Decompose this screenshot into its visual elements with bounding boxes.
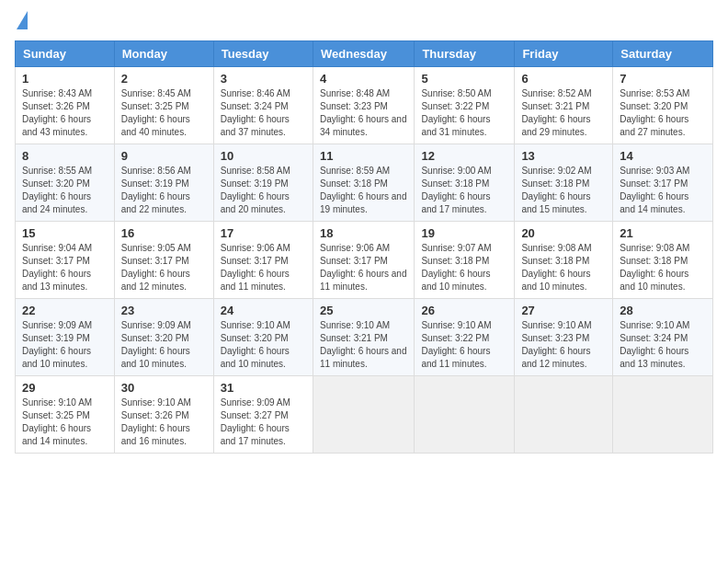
- calendar-cell: 7 Sunrise: 8:53 AM Sunset: 3:20 PM Dayli…: [613, 67, 713, 144]
- calendar-cell: 19 Sunrise: 9:07 AM Sunset: 3:18 PM Dayl…: [415, 222, 515, 299]
- day-info: Sunrise: 8:55 AM Sunset: 3:20 PM Dayligh…: [22, 165, 108, 216]
- day-number: 22: [22, 304, 108, 317]
- calendar-cell: 31 Sunrise: 9:09 AM Sunset: 3:27 PM Dayl…: [213, 376, 313, 454]
- week-row-1: 1 Sunrise: 8:43 AM Sunset: 3:26 PM Dayli…: [16, 67, 713, 144]
- day-header-wednesday: Wednesday: [313, 41, 414, 67]
- day-header-sunday: Sunday: [16, 41, 115, 67]
- calendar-cell: 29 Sunrise: 9:10 AM Sunset: 3:25 PM Dayl…: [16, 376, 115, 454]
- calendar-header-row: SundayMondayTuesdayWednesdayThursdayFrid…: [16, 41, 713, 67]
- day-number: 5: [421, 72, 507, 86]
- calendar-cell: 15 Sunrise: 9:04 AM Sunset: 3:17 PM Dayl…: [16, 222, 115, 299]
- calendar-cell: 1 Sunrise: 8:43 AM Sunset: 3:26 PM Dayli…: [16, 67, 115, 144]
- day-info: Sunrise: 9:06 AM Sunset: 3:17 PM Dayligh…: [221, 242, 306, 293]
- day-info: Sunrise: 9:10 AM Sunset: 3:24 PM Dayligh…: [620, 319, 706, 371]
- calendar-cell: 11 Sunrise: 8:59 AM Sunset: 3:18 PM Dayl…: [313, 144, 414, 222]
- day-header-monday: Monday: [114, 41, 213, 67]
- day-info: Sunrise: 9:08 AM Sunset: 3:18 PM Dayligh…: [620, 242, 706, 293]
- day-number: 9: [121, 149, 207, 163]
- day-info: Sunrise: 8:53 AM Sunset: 3:20 PM Dayligh…: [620, 87, 706, 139]
- day-number: 23: [121, 304, 207, 317]
- day-number: 20: [521, 226, 606, 240]
- calendar-cell: 2 Sunrise: 8:45 AM Sunset: 3:25 PM Dayli…: [114, 67, 213, 144]
- calendar-cell: 18 Sunrise: 9:06 AM Sunset: 3:17 PM Dayl…: [313, 222, 414, 299]
- day-info: Sunrise: 9:04 AM Sunset: 3:17 PM Dayligh…: [22, 242, 108, 293]
- week-row-2: 8 Sunrise: 8:55 AM Sunset: 3:20 PM Dayli…: [16, 144, 713, 222]
- day-number: 13: [521, 149, 606, 163]
- day-info: Sunrise: 9:10 AM Sunset: 3:23 PM Dayligh…: [521, 319, 606, 371]
- calendar-cell: 13 Sunrise: 9:02 AM Sunset: 3:18 PM Dayl…: [515, 144, 613, 222]
- calendar-cell: 26 Sunrise: 9:10 AM Sunset: 3:22 PM Dayl…: [415, 299, 515, 376]
- logo-triangle-icon: [17, 11, 28, 29]
- day-number: 6: [521, 72, 606, 86]
- day-info: Sunrise: 9:06 AM Sunset: 3:17 PM Dayligh…: [320, 242, 407, 293]
- calendar-cell: [313, 376, 414, 454]
- calendar-cell: 16 Sunrise: 9:05 AM Sunset: 3:17 PM Dayl…: [114, 222, 213, 299]
- day-info: Sunrise: 8:59 AM Sunset: 3:18 PM Dayligh…: [320, 165, 407, 216]
- week-row-4: 22 Sunrise: 9:09 AM Sunset: 3:19 PM Dayl…: [16, 299, 713, 376]
- calendar-cell: [415, 376, 515, 454]
- day-number: 15: [22, 226, 108, 240]
- day-info: Sunrise: 9:02 AM Sunset: 3:18 PM Dayligh…: [521, 165, 606, 216]
- calendar-cell: 9 Sunrise: 8:56 AM Sunset: 3:19 PM Dayli…: [114, 144, 213, 222]
- day-info: Sunrise: 9:09 AM Sunset: 3:19 PM Dayligh…: [22, 319, 108, 371]
- day-info: Sunrise: 8:50 AM Sunset: 3:22 PM Dayligh…: [421, 87, 507, 139]
- calendar-cell: 10 Sunrise: 8:58 AM Sunset: 3:19 PM Dayl…: [213, 144, 313, 222]
- day-number: 26: [421, 304, 507, 317]
- day-number: 25: [320, 304, 407, 317]
- day-info: Sunrise: 9:00 AM Sunset: 3:18 PM Dayligh…: [421, 165, 507, 216]
- day-number: 29: [22, 381, 108, 395]
- week-row-5: 29 Sunrise: 9:10 AM Sunset: 3:25 PM Dayl…: [16, 376, 713, 454]
- calendar-cell: 23 Sunrise: 9:09 AM Sunset: 3:20 PM Dayl…: [114, 299, 213, 376]
- calendar-table: SundayMondayTuesdayWednesdayThursdayFrid…: [15, 40, 713, 454]
- day-info: Sunrise: 9:07 AM Sunset: 3:18 PM Dayligh…: [421, 242, 507, 293]
- day-header-tuesday: Tuesday: [213, 41, 313, 67]
- calendar-cell: [515, 376, 613, 454]
- day-number: 21: [620, 226, 706, 240]
- week-row-3: 15 Sunrise: 9:04 AM Sunset: 3:17 PM Dayl…: [16, 222, 713, 299]
- calendar-cell: 5 Sunrise: 8:50 AM Sunset: 3:22 PM Dayli…: [415, 67, 515, 144]
- calendar-cell: 14 Sunrise: 9:03 AM Sunset: 3:17 PM Dayl…: [613, 144, 713, 222]
- day-number: 8: [22, 149, 108, 163]
- day-number: 19: [421, 226, 507, 240]
- day-info: Sunrise: 9:03 AM Sunset: 3:17 PM Dayligh…: [620, 165, 706, 216]
- day-number: 4: [320, 72, 407, 86]
- calendar-cell: 3 Sunrise: 8:46 AM Sunset: 3:24 PM Dayli…: [213, 67, 313, 144]
- day-info: Sunrise: 8:58 AM Sunset: 3:19 PM Dayligh…: [221, 165, 306, 216]
- day-info: Sunrise: 9:09 AM Sunset: 3:27 PM Dayligh…: [221, 396, 306, 448]
- day-info: Sunrise: 9:10 AM Sunset: 3:26 PM Dayligh…: [121, 396, 207, 448]
- calendar-cell: 30 Sunrise: 9:10 AM Sunset: 3:26 PM Dayl…: [114, 376, 213, 454]
- day-number: 18: [320, 226, 407, 240]
- day-number: 10: [221, 149, 306, 163]
- day-number: 2: [121, 72, 207, 86]
- day-number: 31: [221, 381, 306, 395]
- calendar-cell: 8 Sunrise: 8:55 AM Sunset: 3:20 PM Dayli…: [16, 144, 115, 222]
- day-number: 7: [620, 72, 706, 86]
- day-info: Sunrise: 8:52 AM Sunset: 3:21 PM Dayligh…: [521, 87, 606, 139]
- day-info: Sunrise: 9:10 AM Sunset: 3:25 PM Dayligh…: [22, 396, 108, 448]
- day-header-thursday: Thursday: [415, 41, 515, 67]
- day-info: Sunrise: 9:09 AM Sunset: 3:20 PM Dayligh…: [121, 319, 207, 371]
- day-number: 14: [620, 149, 706, 163]
- day-info: Sunrise: 8:43 AM Sunset: 3:26 PM Dayligh…: [22, 87, 108, 139]
- day-info: Sunrise: 8:56 AM Sunset: 3:19 PM Dayligh…: [121, 165, 207, 216]
- calendar-cell: 27 Sunrise: 9:10 AM Sunset: 3:23 PM Dayl…: [515, 299, 613, 376]
- day-number: 11: [320, 149, 407, 163]
- day-header-friday: Friday: [515, 41, 613, 67]
- calendar-cell: [613, 376, 713, 454]
- day-number: 30: [121, 381, 207, 395]
- calendar-cell: 17 Sunrise: 9:06 AM Sunset: 3:17 PM Dayl…: [213, 222, 313, 299]
- day-info: Sunrise: 8:46 AM Sunset: 3:24 PM Dayligh…: [221, 87, 306, 139]
- calendar-cell: 4 Sunrise: 8:48 AM Sunset: 3:23 PM Dayli…: [313, 67, 414, 144]
- calendar-cell: 21 Sunrise: 9:08 AM Sunset: 3:18 PM Dayl…: [613, 222, 713, 299]
- day-info: Sunrise: 9:10 AM Sunset: 3:20 PM Dayligh…: [221, 319, 306, 371]
- day-number: 28: [620, 304, 706, 317]
- day-info: Sunrise: 8:48 AM Sunset: 3:23 PM Dayligh…: [320, 87, 407, 139]
- day-number: 27: [521, 304, 606, 317]
- day-info: Sunrise: 9:10 AM Sunset: 3:21 PM Dayligh…: [320, 319, 407, 371]
- day-header-saturday: Saturday: [613, 41, 713, 67]
- day-info: Sunrise: 9:08 AM Sunset: 3:18 PM Dayligh…: [521, 242, 606, 293]
- calendar-cell: 20 Sunrise: 9:08 AM Sunset: 3:18 PM Dayl…: [515, 222, 613, 299]
- day-number: 17: [221, 226, 306, 240]
- day-number: 16: [121, 226, 207, 240]
- day-number: 3: [221, 72, 306, 86]
